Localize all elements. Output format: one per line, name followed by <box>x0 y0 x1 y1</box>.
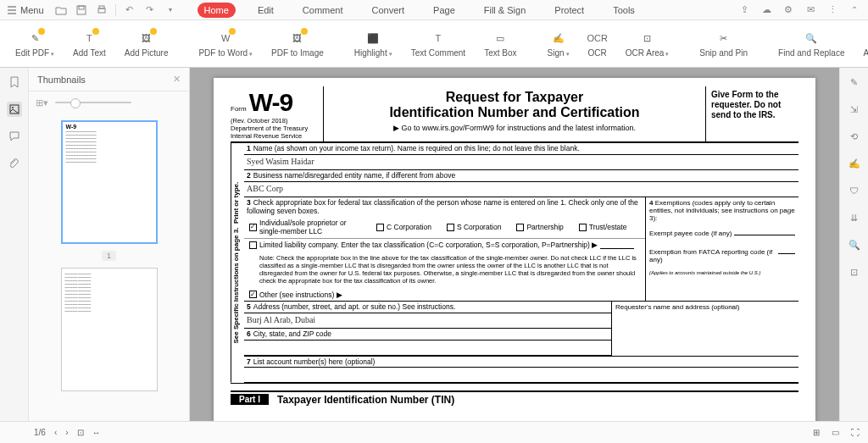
ribbon-add-picture[interactable]: 🖼Add Picture <box>118 28 175 59</box>
line-3-label: 3Check appropriate box for federal tax c… <box>244 197 645 216</box>
share-icon[interactable]: ⇪ <box>737 3 751 17</box>
line-6-value[interactable] <box>244 341 611 356</box>
ribbon-highlight[interactable]: ⬛Highlight▾ <box>348 28 399 59</box>
ribbon-pdf-to-word[interactable]: WPDF to Word▾ <box>192 28 259 59</box>
fatca-field[interactable] <box>778 246 795 254</box>
svg-rect-2 <box>98 8 105 13</box>
ocr-tool-icon[interactable]: ⊡ <box>847 264 862 280</box>
fit-width-icon[interactable]: ↔ <box>92 428 101 437</box>
save-icon[interactable] <box>75 3 88 17</box>
tab-fill-sign[interactable]: Fill & Sign <box>477 3 533 18</box>
page-indicator: 1/6 <box>34 428 46 437</box>
fullscreen-icon[interactable]: ⛶ <box>851 428 860 437</box>
attachments-icon[interactable] <box>7 156 22 171</box>
tab-home[interactable]: Home <box>198 3 236 18</box>
ribbon-text-box[interactable]: ▭Text Box <box>477 28 523 59</box>
tab-page[interactable]: Page <box>426 3 462 18</box>
protect-tool-icon[interactable]: 🛡 <box>847 183 862 198</box>
account-icon[interactable]: ☁ <box>760 3 773 17</box>
ribbon-icon: ✂ <box>715 30 732 47</box>
qat-dropdown-icon[interactable]: ▾ <box>164 3 177 17</box>
thumbnail-page-2[interactable]: ▬▬▬▬▬ ▬▬▬▬▬▬▬▬▬▬ ▬▬▬▬▬▬▬▬▬▬ ▬▬▬▬▬▬▬▬▬▬ ▬… <box>61 268 158 391</box>
chevron-down-icon: ▾ <box>566 51 570 57</box>
line-7-value[interactable] <box>244 368 798 383</box>
close-thumbnails-icon[interactable]: ✕ <box>173 74 181 85</box>
checkbox-individual[interactable]: ✓Individual/sole proprietor or single-me… <box>249 219 361 235</box>
tab-tools[interactable]: Tools <box>606 3 642 18</box>
tab-convert[interactable]: Convert <box>365 3 412 18</box>
checkbox-c-corp[interactable]: C Corporation <box>376 219 431 235</box>
tab-protect[interactable]: Protect <box>548 3 591 18</box>
document-viewport[interactable]: Form W-9 (Rev. October 2018) Department … <box>190 68 839 421</box>
thumbnails-icon[interactable] <box>7 102 22 117</box>
ribbon-label: Sign▾ <box>548 48 570 58</box>
bookmarks-icon[interactable] <box>7 75 22 90</box>
redo-icon[interactable]: ↷ <box>143 3 157 17</box>
line-5-label: 5Address (number, street, and apt. or su… <box>244 302 611 313</box>
convert-tool-icon[interactable]: ⟲ <box>847 129 862 144</box>
compress-tool-icon[interactable]: ⇊ <box>847 210 862 225</box>
undo-icon[interactable]: ↶ <box>123 3 136 17</box>
ribbon-find-and-replace[interactable]: 🔍Find and Replace <box>771 28 851 59</box>
ribbon-label: OCR <box>588 48 607 58</box>
line-1-value[interactable]: Syed Wasim Haidar <box>244 155 798 170</box>
ribbon-ocr[interactable]: OCROCR <box>581 28 614 59</box>
fit-page-icon[interactable]: ⊡ <box>77 428 84 437</box>
view-mode-icon[interactable]: ⊞ <box>813 428 820 437</box>
thumbnail-page-1[interactable]: W-9▬▬▬▬▬▬▬▬▬▬▬▬▬▬▬▬▬▬▬▬▬▬▬▬▬▬▬▬▬▬▬▬▬▬▬▬▬… <box>61 120 158 244</box>
ribbon-sign[interactable]: ✍Sign▾ <box>541 28 576 59</box>
reading-mode-icon[interactable]: ▭ <box>832 428 839 437</box>
prev-page-icon[interactable]: ‹ <box>54 428 57 437</box>
ribbon-text-comment[interactable]: TText Comment <box>404 28 472 59</box>
checkbox-trust[interactable]: Trust/estate <box>579 219 627 235</box>
ribbon-icon: T <box>430 30 447 47</box>
tab-comment[interactable]: Comment <box>296 3 350 18</box>
tab-edit[interactable]: Edit <box>251 3 281 18</box>
ribbon-edit-pdf[interactable]: ✎Edit PDF▾ <box>8 28 61 59</box>
llc-note: Note: Check the appropriate box in the l… <box>244 252 645 288</box>
search-tool-icon[interactable]: 🔍 <box>847 237 862 252</box>
line-5-value[interactable]: Burj Al Arab, Dubai <box>244 313 611 329</box>
checkbox-s-corp[interactable]: S Corporation <box>447 219 501 235</box>
premium-badge-icon <box>229 28 236 35</box>
feedback-icon[interactable]: ✉ <box>804 3 817 17</box>
line-6-label: 6City, state, and ZIP code <box>244 329 611 341</box>
thumbnail-size-slider[interactable] <box>55 102 131 103</box>
more-icon[interactable]: ⋮ <box>826 3 839 17</box>
checkbox-other[interactable]: ✓Other (see instructions) ▶ <box>249 291 342 299</box>
checkbox-llc[interactable]: Limited liability company. Enter the tax… <box>249 241 598 249</box>
ribbon-icon: ▭ <box>492 30 509 47</box>
ribbon-label: Text Box <box>484 48 516 58</box>
line-2-value[interactable]: ABC Corp <box>244 182 798 197</box>
ribbon-pdf-to-image[interactable]: 🖼PDF to Image <box>264 28 331 59</box>
side-instructions: See Specific Instructions on page 3. Pri… <box>231 143 244 383</box>
menu-button[interactable]: Menu <box>7 5 44 15</box>
collapse-ribbon-icon[interactable]: ⌃ <box>848 3 861 17</box>
svg-rect-3 <box>99 6 104 8</box>
print-icon[interactable] <box>95 3 108 17</box>
premium-badge-icon <box>38 28 45 35</box>
edit-tool-icon[interactable]: ✎ <box>847 75 862 90</box>
form-goto: ▶ Go to www.irs.gov/FormW9 for instructi… <box>329 124 700 132</box>
settings-icon[interactable]: ⚙ <box>782 3 795 17</box>
open-icon[interactable] <box>54 3 68 17</box>
thumbnail-page-1-number: 1 <box>102 251 116 261</box>
ribbon-auto-scroll[interactable]: ↕Auto Scroll▾ <box>856 28 868 59</box>
exempt-payee-field[interactable] <box>734 227 795 235</box>
ribbon-label: Edit PDF▾ <box>15 48 54 58</box>
ribbon-snip-and-pin[interactable]: ✂Snip and Pin <box>693 28 754 59</box>
sign-tool-icon[interactable]: ✍ <box>847 156 862 171</box>
ribbon-add-text[interactable]: TAdd Text <box>66 28 113 59</box>
chevron-down-icon: ▾ <box>389 51 392 57</box>
premium-badge-icon <box>92 28 99 35</box>
premium-badge-icon <box>301 28 308 35</box>
ribbon-icon: ✍ <box>550 30 567 47</box>
next-page-icon[interactable]: › <box>65 428 68 437</box>
checkbox-partnership[interactable]: Partnership <box>516 219 563 235</box>
ribbon-ocr-area[interactable]: ⊡OCR Area▾ <box>619 28 676 59</box>
export-tool-icon[interactable]: ⇲ <box>847 102 862 117</box>
line-7-label: 7List account number(s) here (optional) <box>244 356 798 368</box>
thumb-options-icon[interactable]: ⊞▾ <box>36 97 48 108</box>
page-1: Form W-9 (Rev. October 2018) Department … <box>214 78 815 421</box>
comments-icon[interactable] <box>7 129 22 144</box>
